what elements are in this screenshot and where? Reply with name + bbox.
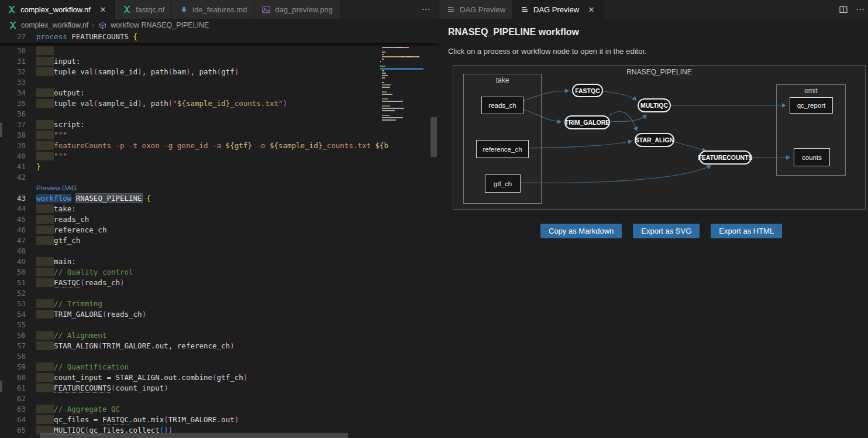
code-token: qc_files = xyxy=(54,415,102,424)
line-number: 65 xyxy=(0,425,36,436)
codelens-row: Preview DAG xyxy=(0,183,388,193)
line-number: 39 xyxy=(0,141,36,151)
code-token xyxy=(36,152,54,160)
tab-fastqc-nf[interactable]: fastqc.nf xyxy=(115,0,172,19)
line-number: 54 xyxy=(0,309,36,320)
code-line-64: 64 qc_files = FASTQC.out.mix(TRIM_GALORE… xyxy=(0,415,388,425)
image-file-icon xyxy=(261,5,271,14)
dag-node-reference-ch[interactable]: reference_ch xyxy=(476,140,529,158)
export-as-svg-button[interactable]: Export as SVG xyxy=(633,224,700,238)
vertical-scrollbar-thumb[interactable] xyxy=(430,117,437,157)
panel-title: RNASEQ_PIPELINE workflow xyxy=(448,27,579,37)
preview-icon xyxy=(520,5,529,14)
code-line-33: 33 xyxy=(0,77,388,88)
code-line-41: 41} xyxy=(0,162,388,172)
copy-as-markdown-button[interactable]: Copy as Markdown xyxy=(540,224,622,238)
code-text xyxy=(36,393,388,404)
more-actions-icon[interactable]: ⋯ xyxy=(422,4,431,15)
minimap-line xyxy=(380,96,430,97)
dag-diagram: RNASEQ_PIPELINE take emit xyxy=(453,65,866,210)
minimap-line xyxy=(380,84,430,85)
code-editor[interactable]: 27process FEATURECOUNTS { 30 31 input:32… xyxy=(0,32,439,438)
line-number: 34 xyxy=(0,88,36,98)
minimap-token xyxy=(395,119,396,121)
right-tab-bar: DAG PreviewDAG Preview✕ xyxy=(439,0,868,19)
tab-dag-preview[interactable]: DAG Preview✕ xyxy=(513,0,604,19)
code-text: STAR_ALIGN(TRIM_GALORE.out, reference_ch… xyxy=(36,341,388,351)
close-tab-icon[interactable]: ✕ xyxy=(587,5,596,14)
codelens-preview-dag-link[interactable]: Preview DAG xyxy=(36,183,388,193)
minimap-token xyxy=(418,56,419,57)
tab-label: dag_preview.png xyxy=(275,5,332,14)
code-text xyxy=(36,172,388,183)
tab-ide-features-md[interactable]: ide_features.md xyxy=(172,0,254,19)
tab-dag-preview-png[interactable]: dag_preview.png xyxy=(254,0,340,19)
code-line-51: 51 FASTQC(reads_ch) xyxy=(0,278,388,288)
dag-node-reads-ch[interactable]: reads_ch xyxy=(481,97,523,114)
minimap-line xyxy=(380,115,430,116)
code-token xyxy=(36,405,54,413)
code-line-35: 35 tuple val(sample_id), path("${sample_… xyxy=(0,98,388,109)
code-line-56: 56 // Alignment xyxy=(0,330,388,341)
code-token xyxy=(36,331,54,340)
minimap-line xyxy=(380,66,430,67)
dag-node-fastqc[interactable]: FASTQC xyxy=(572,84,603,97)
dag-node-gtf-ch[interactable]: gtf_ch xyxy=(485,174,521,193)
tab-label: ide_features.md xyxy=(192,5,247,14)
export-buttons: Copy as MarkdownExport as SVGExport as H… xyxy=(540,224,782,238)
code-token: // Aggregate QC xyxy=(54,405,120,413)
breadcrumb-symbol[interactable]: workflow RNASEQ_PIPELINE xyxy=(111,21,209,29)
code-token: ) xyxy=(243,373,248,382)
code-text: TRIM_GALORE(reads_ch) xyxy=(36,309,388,320)
code-line-57: 57 STAR_ALIGN(TRIM_GALORE.out, reference… xyxy=(0,341,388,351)
line-number: 55 xyxy=(0,320,36,330)
dag-node-counts[interactable]: counts xyxy=(794,148,830,166)
dag-node-multiqc[interactable]: MULTIQC xyxy=(638,98,671,112)
code-text: // Alignment xyxy=(36,330,388,341)
minimap-token xyxy=(380,66,385,67)
code-token: main: xyxy=(54,257,76,266)
breadcrumb-file[interactable]: complex_workflow.nf xyxy=(21,21,88,29)
code-token: gtf xyxy=(221,67,235,76)
code-lines: 30 31 input:32 tuple val(sample_id), pat… xyxy=(0,46,388,438)
split-editor-icon[interactable] xyxy=(839,6,848,13)
line-number: 45 xyxy=(0,214,36,225)
horizontal-scrollbar-thumb[interactable] xyxy=(40,433,348,438)
code-token: sample_id xyxy=(98,67,137,76)
minimap-line xyxy=(380,56,430,57)
close-tab-icon[interactable]: ✕ xyxy=(98,5,108,14)
minimap-line xyxy=(380,77,430,78)
panel-subtitle: Click on a process or workflow node to o… xyxy=(448,47,647,56)
breadcrumb-separator: › xyxy=(92,21,94,29)
minimap-token xyxy=(380,61,381,62)
minimap-line xyxy=(380,87,430,88)
code-line-55: 55 xyxy=(0,320,388,330)
code-token: ) xyxy=(283,99,287,108)
code-line-27: 27process FEATURECOUNTS { xyxy=(0,32,137,43)
export-as-html-button[interactable]: Export as HTML xyxy=(711,224,782,238)
dag-node-qc-report[interactable]: qc_report xyxy=(790,97,833,114)
line-number: 43 xyxy=(0,193,36,204)
code-text: FASTQC(reads_ch) xyxy=(36,278,388,288)
minimap-token xyxy=(382,59,384,60)
sticky-scroll-line[interactable]: 27process FEATURECOUNTS { xyxy=(0,32,439,43)
line-number: 42 xyxy=(0,172,36,183)
code-line-40: 40 """ xyxy=(0,151,388,162)
code-line-32: 32 tuple val(sample_id), path(bam), path… xyxy=(0,67,388,77)
minimap-token xyxy=(395,117,402,118)
tab-dag-preview[interactable]: DAG Preview xyxy=(439,0,513,19)
code-token: ( xyxy=(98,341,102,350)
dag-node-trim-galore[interactable]: TRIM_GALORE xyxy=(564,115,610,129)
dag-node-featurecounts[interactable]: FEATURECOUNTS xyxy=(699,150,752,165)
code-token: ${sample_id} xyxy=(270,141,322,150)
code-line-62: 62 xyxy=(0,393,388,404)
minimap-token xyxy=(382,70,384,71)
code-text xyxy=(36,77,388,88)
code-token: ) xyxy=(120,278,125,287)
minimap[interactable] xyxy=(380,33,430,437)
tab-complex-workflow-nf[interactable]: complex_workflow.nf✕ xyxy=(0,0,115,19)
line-number: 62 xyxy=(0,393,36,404)
more-actions-icon[interactable]: ⋯ xyxy=(856,4,865,15)
dag-node-star-align[interactable]: STAR_ALIGN xyxy=(635,133,674,147)
line-number: 60 xyxy=(0,372,36,383)
